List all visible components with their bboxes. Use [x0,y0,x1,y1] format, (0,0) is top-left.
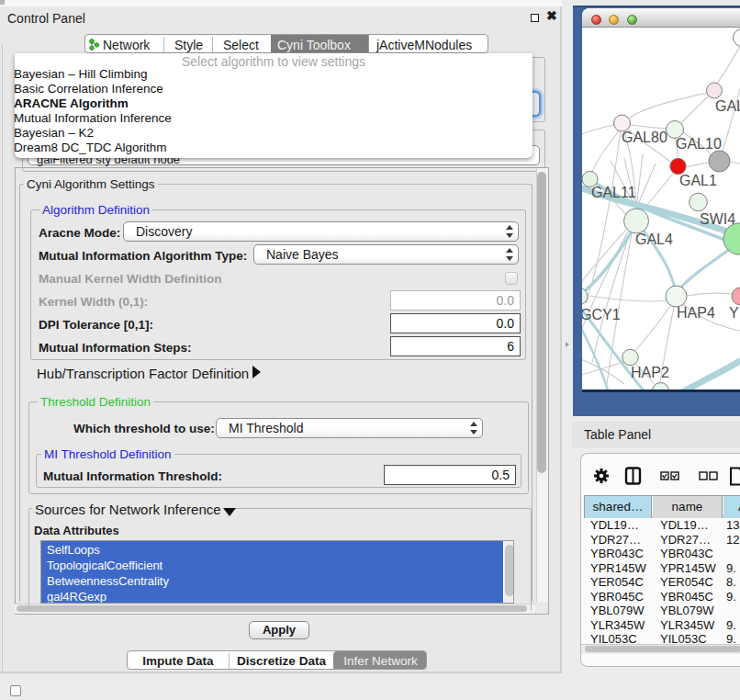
svg-text:GAL10: GAL10 [676,136,722,152]
svg-text:GAL4: GAL4 [635,231,673,247]
svg-text:GAL1: GAL1 [679,173,717,188]
svg-text:GAL80: GAL80 [622,130,667,145]
svg-text:HAP2: HAP2 [631,365,669,380]
svg-text:Y: Y [729,305,739,321]
svg-text:GAL7: GAL7 [715,98,740,114]
svg-text:SWI4: SWI4 [700,211,735,227]
svg-text:GAL11: GAL11 [591,185,636,200]
svg-text:HAP4: HAP4 [677,305,715,321]
svg-text:GCY1: GCY1 [582,307,621,322]
